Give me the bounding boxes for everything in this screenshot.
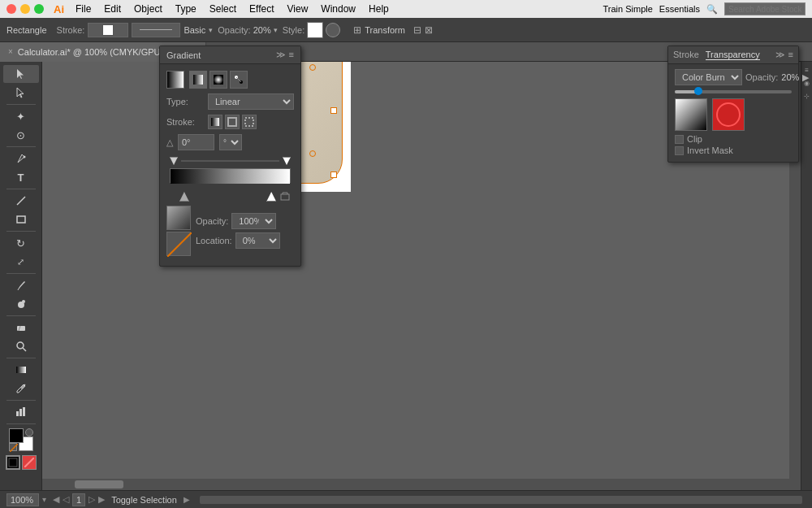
opacity-arrow[interactable]: ▶ bbox=[802, 72, 809, 83]
stop-opacity-row: Opacity: 100% bbox=[196, 213, 294, 229]
gradient-panel-header[interactable]: Gradient ≫ ≡ bbox=[160, 46, 300, 64]
menu-file[interactable]: File bbox=[71, 2, 96, 16]
right-panel-icon-2[interactable]: ⊹ bbox=[802, 91, 812, 101]
stroke-line-selector[interactable] bbox=[132, 23, 180, 37]
gradient-panel-title: Gradient bbox=[166, 50, 201, 60]
status-arrow[interactable]: ▶ bbox=[184, 495, 190, 504]
color-swatch-gradient[interactable] bbox=[166, 206, 191, 230]
rotate-tool[interactable]: ↻ bbox=[3, 234, 39, 252]
style-settings-icon[interactable] bbox=[326, 23, 340, 37]
maximize-dot[interactable] bbox=[34, 4, 44, 14]
graph-tool[interactable] bbox=[3, 403, 39, 421]
linear-gradient-icon[interactable] bbox=[189, 71, 207, 89]
transparency-panel-header[interactable]: Stroke Transparency ≫ ≡ bbox=[668, 46, 798, 64]
opacity-arrow[interactable]: ▾ bbox=[274, 26, 278, 34]
blend-mode-select[interactable]: Color Burn bbox=[675, 69, 742, 85]
gradient-panel-expand[interactable]: ≫ bbox=[276, 50, 286, 60]
handle-middle-right[interactable] bbox=[330, 107, 337, 114]
eraser-tool[interactable] bbox=[3, 319, 39, 336]
selection-tool[interactable] bbox=[3, 65, 39, 83]
clip-checkbox[interactable] bbox=[675, 135, 684, 144]
align-icon[interactable]: ⊟ bbox=[413, 24, 421, 36]
tab-stroke[interactable]: Stroke bbox=[673, 50, 699, 60]
search-input[interactable] bbox=[724, 2, 806, 15]
nav-next[interactable]: ▷ bbox=[89, 494, 95, 505]
lasso-tool[interactable]: ⊙ bbox=[3, 126, 39, 144]
transparency-swatches bbox=[675, 98, 792, 131]
stroke-icon-1[interactable] bbox=[208, 115, 222, 129]
eyedropper-tool[interactable] bbox=[3, 380, 39, 397]
type-tool[interactable]: T bbox=[3, 168, 39, 186]
gradient-type-select[interactable]: Linear bbox=[208, 93, 294, 110]
svg-line-30 bbox=[167, 232, 192, 257]
essentials-dropdown[interactable]: Essentials bbox=[659, 4, 700, 14]
gradient-bar[interactable] bbox=[170, 168, 291, 183]
pathfinder-icon[interactable]: ⊠ bbox=[425, 24, 433, 36]
scale-tool[interactable]: ⤢ bbox=[3, 253, 39, 271]
menu-help[interactable]: Help bbox=[364, 2, 394, 16]
search-icon[interactable]: 🔍 bbox=[706, 4, 718, 15]
gradient-panel-menu[interactable]: ≡ bbox=[289, 50, 294, 60]
zoom-tool[interactable] bbox=[3, 337, 39, 355]
freeform-gradient-icon[interactable] bbox=[230, 71, 248, 89]
stop-location-select[interactable]: 0% bbox=[235, 232, 280, 249]
stop-opacity-select[interactable]: 100% bbox=[231, 213, 276, 229]
stop-top-right[interactable] bbox=[283, 157, 291, 165]
blob-brush-tool[interactable] bbox=[3, 295, 39, 313]
menu-view[interactable]: View bbox=[283, 2, 313, 16]
corner-radius-br[interactable] bbox=[309, 150, 316, 157]
zoom-arrow[interactable]: ▾ bbox=[42, 495, 46, 504]
opacity-panel-value[interactable]: 20% bbox=[781, 72, 799, 82]
stroke-color-box[interactable] bbox=[88, 23, 128, 37]
nav-next2[interactable]: ▶ bbox=[98, 494, 105, 505]
line-type-arrow[interactable]: ▾ bbox=[209, 26, 213, 34]
no-color-swatch[interactable] bbox=[166, 232, 191, 256]
paintbrush-tool[interactable] bbox=[3, 276, 39, 294]
stop-bottom-left[interactable] bbox=[179, 192, 189, 202]
line-tool[interactable] bbox=[3, 192, 39, 210]
direct-selection-tool[interactable] bbox=[3, 84, 39, 102]
menu-effect[interactable]: Effect bbox=[244, 2, 279, 16]
gradient-preview-swatch[interactable] bbox=[166, 71, 184, 89]
delete-stop-icon[interactable] bbox=[279, 190, 291, 203]
stop-top-left[interactable] bbox=[170, 157, 178, 165]
h-scroll-thumb[interactable] bbox=[75, 480, 123, 488]
menu-type[interactable]: Type bbox=[171, 2, 201, 16]
menu-window[interactable]: Window bbox=[316, 2, 361, 16]
menu-edit[interactable]: Edit bbox=[99, 2, 126, 16]
svg-rect-20 bbox=[193, 75, 203, 85]
transparency-expand-icon[interactable]: ≫ bbox=[775, 50, 785, 60]
close-dot[interactable] bbox=[6, 4, 16, 14]
mask-swatch-gradient[interactable] bbox=[675, 98, 707, 131]
gradient-tool[interactable] bbox=[3, 361, 39, 379]
minimize-dot[interactable] bbox=[20, 4, 30, 14]
menu-object[interactable]: Object bbox=[129, 2, 167, 16]
color-swatches[interactable] bbox=[9, 428, 33, 451]
opacity-value[interactable]: 20% bbox=[253, 25, 271, 35]
angle-unit-select[interactable]: ° bbox=[219, 134, 242, 150]
stroke-icon-3[interactable] bbox=[242, 115, 257, 129]
gradient-angle-input[interactable] bbox=[178, 134, 214, 150]
stroke-icon-2[interactable] bbox=[225, 115, 240, 129]
menu-select[interactable]: Select bbox=[205, 2, 241, 16]
radial-gradient-icon[interactable] bbox=[209, 71, 227, 89]
style-box[interactable] bbox=[307, 22, 323, 38]
stop-bottom-right[interactable] bbox=[266, 192, 276, 202]
transform-icon[interactable]: ⊞ bbox=[353, 24, 361, 36]
mask-swatch-red[interactable] bbox=[712, 98, 745, 131]
pen-tool[interactable] bbox=[3, 150, 39, 167]
transparency-menu-icon[interactable]: ≡ bbox=[788, 50, 793, 60]
horizontal-scrollbar[interactable] bbox=[42, 479, 789, 490]
zoom-input[interactable] bbox=[6, 493, 39, 506]
opacity-slider-track[interactable] bbox=[675, 90, 792, 93]
invert-mask-checkbox[interactable] bbox=[675, 146, 684, 155]
tab-transparency[interactable]: Transparency bbox=[706, 50, 760, 60]
tab-close-icon[interactable]: × bbox=[8, 47, 13, 56]
nav-prev[interactable]: ◀ bbox=[53, 494, 59, 505]
opacity-slider-thumb[interactable] bbox=[694, 87, 702, 95]
handle-bottom-right[interactable] bbox=[330, 172, 337, 178]
magic-wand-tool[interactable]: ✦ bbox=[3, 107, 39, 125]
nav-prev2[interactable]: ◁ bbox=[63, 494, 69, 505]
rectangle-tool[interactable] bbox=[3, 211, 39, 228]
corner-radius-tr[interactable] bbox=[309, 64, 316, 71]
